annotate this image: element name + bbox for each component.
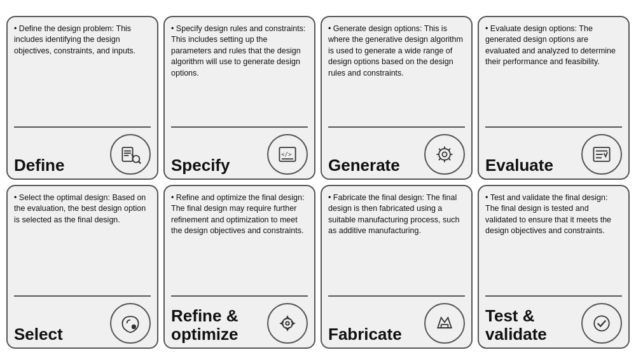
card-footer-define: Define bbox=[14, 134, 151, 175]
svg-line-17 bbox=[448, 149, 450, 151]
card-text-test: Test and validate the final design: The … bbox=[485, 192, 622, 292]
process-grid: Define the design problem: This includes… bbox=[6, 16, 630, 349]
card-title-fabricate: Fabricate bbox=[328, 325, 402, 344]
card-title-test: Test & validate bbox=[485, 307, 581, 343]
svg-line-5 bbox=[139, 161, 141, 163]
card-icon-generate bbox=[424, 134, 465, 175]
card-test: Test and validate the final design: The … bbox=[478, 185, 630, 349]
card-footer-specify: Specify </> bbox=[171, 134, 308, 175]
card-footer-test: Test & validate bbox=[485, 303, 622, 344]
divider-fabricate bbox=[328, 295, 465, 297]
card-icon-evaluate bbox=[581, 134, 622, 175]
card-footer-fabricate: Fabricate bbox=[328, 303, 465, 344]
svg-point-31 bbox=[594, 316, 609, 330]
svg-rect-0 bbox=[122, 147, 132, 161]
card-icon-specify: </> bbox=[267, 134, 308, 175]
card-text-select: Select the optimal design: Based on the … bbox=[14, 192, 151, 292]
card-text-generate: Generate design options: This is where t… bbox=[328, 24, 465, 123]
card-title-specify: Specify bbox=[171, 156, 230, 175]
card-title-evaluate: Evaluate bbox=[485, 156, 553, 175]
card-footer-generate: Generate bbox=[328, 134, 465, 175]
divider-test bbox=[485, 295, 622, 297]
card-icon-define bbox=[110, 134, 151, 175]
svg-point-26 bbox=[286, 321, 289, 325]
divider-refine bbox=[171, 295, 308, 297]
svg-point-9 bbox=[439, 149, 450, 160]
card-icon-select bbox=[110, 303, 151, 344]
card-title-generate: Generate bbox=[328, 156, 400, 175]
card-text-specify: Specify design rules and constraints: Th… bbox=[171, 24, 308, 123]
card-define: Define the design problem: This includes… bbox=[6, 16, 158, 180]
divider-evaluate bbox=[485, 126, 622, 128]
card-fabricate: Fabricate the final design: The final de… bbox=[321, 185, 473, 349]
divider-select bbox=[14, 295, 151, 297]
card-refine: Refine and optimize the final design: Th… bbox=[163, 185, 315, 349]
card-title-select: Select bbox=[14, 325, 63, 344]
svg-line-15 bbox=[439, 149, 441, 151]
divider-specify bbox=[171, 126, 308, 128]
card-specify: Specify design rules and constraints: Th… bbox=[163, 16, 315, 180]
card-text-refine: Refine and optimize the final design: Th… bbox=[171, 192, 308, 292]
card-icon-fabricate bbox=[424, 303, 465, 344]
card-icon-refine bbox=[267, 303, 308, 344]
card-select: Select the optimal design: Based on the … bbox=[6, 185, 158, 349]
svg-point-10 bbox=[442, 152, 446, 156]
divider-define bbox=[14, 126, 151, 128]
card-footer-refine: Refine & optimize bbox=[171, 303, 308, 344]
divider-generate bbox=[328, 126, 465, 128]
svg-text:</>: </> bbox=[281, 151, 292, 157]
card-generate: Generate design options: This is where t… bbox=[321, 16, 473, 180]
card-text-fabricate: Fabricate the final design: The final de… bbox=[328, 192, 465, 292]
svg-point-25 bbox=[282, 318, 293, 328]
card-footer-select: Select bbox=[14, 303, 151, 344]
card-footer-evaluate: Evaluate bbox=[485, 134, 622, 175]
svg-line-16 bbox=[448, 158, 450, 160]
card-icon-test bbox=[581, 303, 622, 344]
card-evaluate: Evaluate design options: The generated d… bbox=[478, 16, 630, 180]
card-text-define: Define the design problem: This includes… bbox=[14, 24, 151, 123]
svg-line-18 bbox=[439, 158, 441, 160]
card-text-evaluate: Evaluate design options: The generated d… bbox=[485, 24, 622, 123]
card-title-define: Define bbox=[14, 156, 64, 175]
card-title-refine: Refine & optimize bbox=[171, 307, 267, 343]
